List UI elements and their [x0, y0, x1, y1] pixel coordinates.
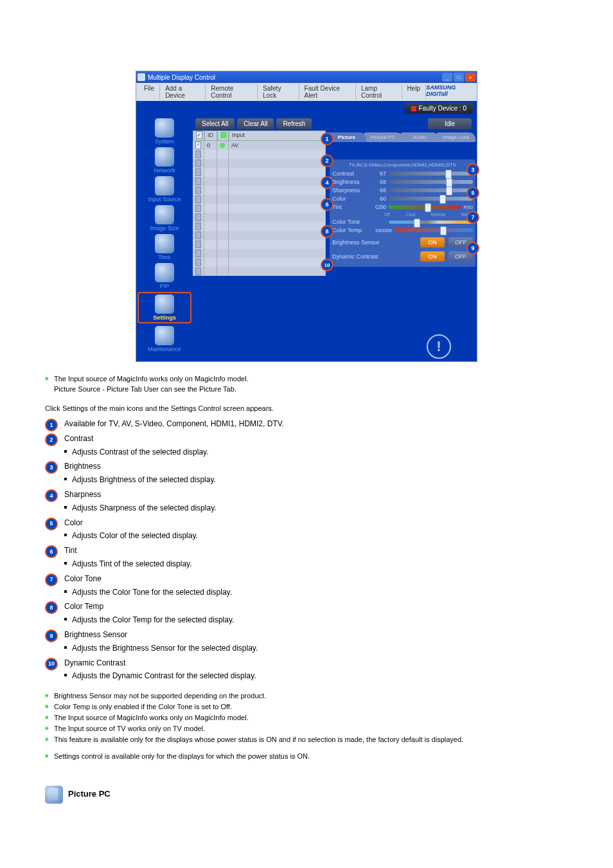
tab-image-lock[interactable]: Image Lock [436, 132, 475, 142]
contrast-slider[interactable] [389, 172, 473, 176]
sharpness-slider[interactable] [389, 188, 473, 192]
star-icon: * [45, 703, 54, 713]
settings-panel: Idle Picture Picture PC Audio Image Lock… [326, 116, 477, 361]
callout-9: 9 [466, 242, 479, 255]
star-icon: * [45, 692, 54, 702]
tint-right-val: R50 [463, 204, 473, 210]
star-icon: * [45, 736, 54, 746]
brightness-slider[interactable] [389, 180, 473, 184]
star-icon: * [45, 752, 54, 763]
callout-7: 7 [466, 211, 479, 224]
star-icon: * [45, 714, 54, 724]
menu-add-device[interactable]: Add a Device [160, 84, 206, 100]
col-status [217, 131, 229, 141]
menu-lamp-control[interactable]: Lamp Control [356, 84, 402, 100]
network-icon [155, 147, 174, 167]
refresh-button[interactable]: Refresh [276, 118, 312, 129]
contrast-row: Contrast 67 [332, 170, 473, 177]
input-source-icon [155, 176, 174, 195]
nav-settings[interactable]: Settings [138, 292, 191, 323]
callout-1: 1 [321, 132, 333, 145]
grid-header: ✓ ID Input [193, 131, 326, 141]
list-item: Color Temp Adjusts the Color Temp for th… [45, 601, 568, 626]
table-row[interactable]: ✓ 0 AV [193, 141, 326, 150]
section-intro: Click Settings of the main icons and the… [45, 404, 568, 412]
menu-safety-lock[interactable]: Safety Lock [258, 84, 299, 100]
list-item: Color Tone Adjusts the Color Tone for th… [45, 574, 568, 598]
tab-audio[interactable]: Audio [400, 132, 440, 142]
tint-row: Tint G50 R50 [332, 204, 473, 210]
check-icon: ✓ [196, 131, 202, 139]
close-button[interactable]: × [465, 73, 475, 82]
color-row: Color 60 [332, 195, 473, 202]
callout-2: 2 [321, 154, 333, 167]
nav-input-source[interactable]: Input Source [138, 176, 191, 203]
list-item: Sharpness Adjusts Sharpness of the selec… [45, 489, 568, 514]
callout-8: 8 [321, 225, 333, 238]
table-row [193, 267, 326, 276]
list-item: Color Adjusts Color of the selected disp… [45, 518, 568, 542]
status-idle: Idle [428, 118, 472, 129]
dynamic-contrast-row: Dynamic Contrast ON OFF [332, 251, 473, 262]
nav-image-size[interactable]: Image Size [138, 205, 191, 231]
list-item: Available for TV, AV, S-Video, Component… [45, 419, 568, 429]
pip-icon [155, 263, 174, 282]
col-id: ID [204, 131, 217, 141]
brightness-row: Brightness 68 [332, 179, 473, 185]
star-icon: * [45, 375, 54, 385]
brightness-sensor-on[interactable]: ON [420, 237, 445, 248]
menu-file[interactable]: File [139, 84, 160, 100]
row-check[interactable]: ✓ [195, 141, 201, 149]
callout-10: 10 [321, 258, 333, 271]
star-icon: * [45, 725, 54, 735]
dynamic-contrast-on[interactable]: ON [420, 251, 445, 262]
nav-system[interactable]: System [138, 118, 191, 145]
select-all-button[interactable]: Select All [195, 118, 235, 129]
menu-remote-control[interactable]: Remote Control [206, 84, 258, 100]
table-row [193, 249, 326, 258]
maximize-button[interactable]: □ [454, 73, 464, 82]
table-row [193, 195, 326, 204]
minimize-button[interactable]: _ [442, 73, 452, 82]
nav-maintenance[interactable]: Maintenance [138, 326, 191, 352]
left-nav: System Network Input Source Image Size T… [136, 116, 193, 361]
status-dot-icon [220, 143, 225, 148]
brightness-sensor-row: Brightness Sensor ON OFF [332, 237, 473, 248]
callout-6: 6 [321, 198, 333, 211]
list-item: Contrast Adjusts Contrast of the selecte… [45, 433, 568, 458]
menu-fault-device-alert[interactable]: Fault Device Alert [299, 84, 356, 100]
image-size-icon [155, 205, 174, 224]
system-icon [155, 118, 174, 138]
top-info: Faulty Device : 0 [136, 101, 477, 116]
tab-picture-pc[interactable]: Picture PC [364, 132, 403, 142]
window-titlebar: Multiple Display Control _ □ × [136, 71, 477, 83]
color-slider[interactable] [389, 197, 473, 201]
clear-all-button[interactable]: Clear All [237, 118, 274, 129]
nav-pip[interactable]: PIP [138, 263, 191, 289]
col-input: Input [229, 131, 326, 141]
sharpness-row: Sharpness 68 [332, 187, 473, 194]
list-item: Brightness Adjusts Brightness of the sel… [45, 461, 568, 485]
callout-5: 5 [466, 186, 479, 199]
color-tone-slider[interactable] [389, 221, 473, 224]
tint-slider[interactable] [389, 205, 461, 209]
table-row [193, 186, 326, 195]
alert-icon: ! [427, 334, 451, 359]
table-row [193, 204, 326, 213]
menu-help[interactable]: Help [402, 84, 427, 100]
app-icon [138, 73, 145, 81]
table-row [193, 222, 326, 231]
svg-rect-0 [138, 73, 145, 81]
color-temp-slider[interactable] [395, 228, 473, 232]
nav-time[interactable]: Time [138, 234, 191, 260]
list-item: Dynamic Contrast Adjusts the Dynamic Con… [45, 658, 568, 682]
time-icon [155, 234, 174, 253]
fault-indicator-icon [411, 106, 416, 111]
row-id: 0 [204, 141, 217, 150]
maintenance-icon [155, 326, 174, 345]
settings-tabs: Picture Picture PC Audio Image Lock [330, 132, 475, 142]
table-row [193, 231, 326, 240]
table-row [193, 177, 326, 186]
nav-network[interactable]: Network [138, 147, 191, 174]
faulty-device-badge: Faulty Device : 0 [405, 103, 473, 114]
